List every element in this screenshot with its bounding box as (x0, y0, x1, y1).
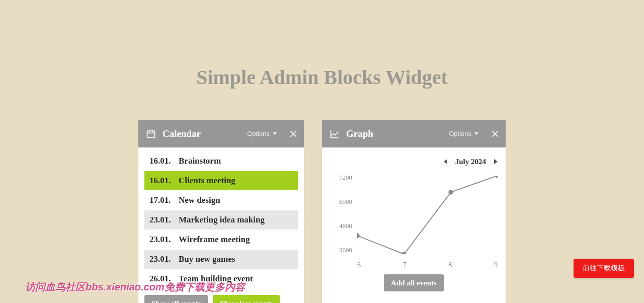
event-row[interactable]: 23.01.Wireframe meeting (144, 230, 298, 249)
event-label: Clients meeting (179, 176, 235, 186)
x-axis: 6789 (357, 261, 498, 269)
event-label: Buy new games (179, 254, 235, 264)
calendar-options-dropdown[interactable]: Options (247, 130, 277, 137)
graph-header: Graph Options (322, 120, 506, 147)
calendar-close-icon[interactable] (290, 130, 297, 137)
y-axis: 7200600048003600 (330, 174, 355, 254)
svg-point-9 (357, 233, 360, 238)
x-tick: 8 (448, 261, 452, 269)
event-date: 23.01. (149, 254, 179, 264)
graph-close-icon[interactable] (492, 130, 499, 137)
graph-period-nav: July 2024 (330, 153, 498, 171)
event-list: 16.01.Brainstorm16.01.Clients meeting17.… (138, 147, 304, 288)
event-date: 17.01. (149, 195, 179, 205)
event-date: 23.01. (149, 215, 179, 225)
chart-line-icon (329, 128, 340, 139)
download-template-button[interactable]: 前往下载模板 (574, 259, 634, 278)
event-row[interactable]: 23.01.Marketing idea making (144, 210, 298, 230)
event-row[interactable]: 17.01.New design (144, 191, 298, 210)
event-label: Brainstorm (179, 156, 221, 166)
graph-chart: 7200600048003600 6789 (330, 174, 498, 269)
x-tick: 7 (403, 261, 407, 269)
calendar-title: Calendar (163, 128, 201, 139)
graph-options-dropdown[interactable]: Options (449, 130, 478, 137)
show-all-events-button[interactable]: Show all events (144, 295, 208, 303)
graph-title: Graph (346, 128, 373, 139)
event-label: Wireframe meeting (179, 235, 250, 245)
event-row[interactable]: 16.01.Clients meeting (144, 171, 298, 190)
page-title: Simple Admin Blocks Widget (0, 65, 644, 89)
options-label: Options (247, 130, 270, 137)
prev-period-button[interactable] (444, 159, 447, 164)
plot-area (357, 176, 498, 254)
svg-rect-0 (147, 131, 155, 137)
graph-widget: Graph Options July 2024 7200600048003600… (322, 120, 506, 303)
show-less-events-button[interactable]: Show less events (213, 295, 280, 303)
event-date: 16.01. (149, 176, 179, 186)
y-tick: 7200 (330, 174, 352, 182)
calendar-widget: Calendar Options 16.01.Brainstorm16.01.C… (138, 120, 304, 303)
event-date: 16.01. (149, 156, 179, 166)
svg-point-11 (448, 190, 453, 195)
y-tick: 4800 (330, 222, 352, 230)
event-date: 23.01. (149, 235, 179, 245)
svg-point-12 (495, 176, 498, 178)
watermark-text: 访问血鸟社区bbs.xieniao.com免费下载更多内容 (25, 280, 245, 294)
chevron-down-icon (474, 132, 478, 135)
x-tick: 6 (357, 261, 361, 269)
event-label: Marketing idea making (179, 215, 265, 225)
y-tick: 3600 (330, 246, 352, 254)
x-tick: 9 (494, 261, 498, 269)
chevron-down-icon (273, 132, 277, 135)
event-row[interactable]: 16.01.Brainstorm (144, 152, 298, 171)
calendar-header: Calendar Options (138, 120, 304, 147)
options-label: Options (449, 130, 471, 137)
calendar-icon (145, 128, 156, 139)
next-period-button[interactable] (494, 159, 498, 164)
event-row[interactable]: 23.01.Buy new games (144, 250, 298, 269)
add-all-events-button[interactable]: Add all events (384, 274, 444, 291)
graph-period-label: July 2024 (455, 158, 486, 166)
event-label: New design (179, 195, 220, 205)
y-tick: 6000 (330, 198, 352, 206)
